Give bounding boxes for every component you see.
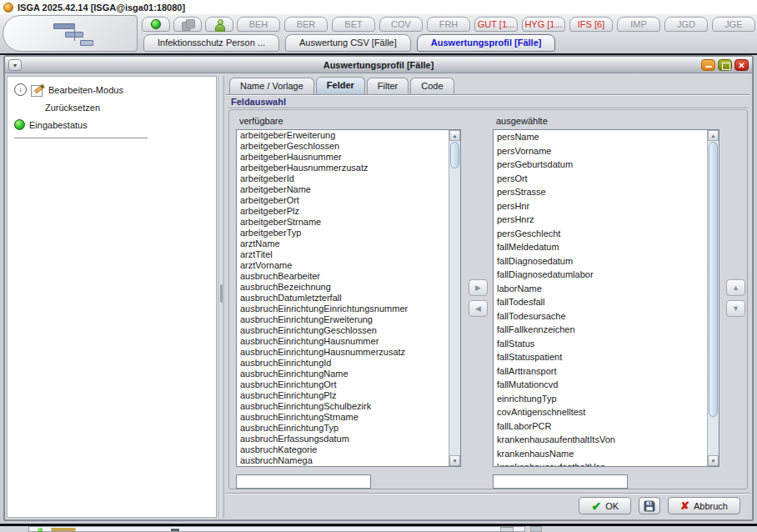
selected-field-item[interactable]: persGeburtsdatum (494, 158, 707, 172)
module-tab[interactable]: JGE (712, 17, 755, 32)
available-field-item[interactable]: ausbruchEinrichtungHausnummer (237, 336, 449, 347)
document-tab[interactable]: Auswertungsprofil [Fälle] (417, 34, 556, 52)
splitter-grip[interactable] (220, 284, 223, 303)
available-field-item[interactable]: arbeitgeberHausnummerzusatz (237, 163, 449, 173)
available-field-item[interactable]: ausbruchEinrichtungEinrichtungsnummer (237, 304, 449, 314)
selected-field-item[interactable]: krankenhausaufenthaltItsVon (494, 433, 707, 447)
selected-field-item[interactable]: fallDiagnosedatumlabor (494, 268, 707, 282)
selected-field-item[interactable]: fallLaborPCR (494, 419, 707, 434)
selected-field-item[interactable]: persHnr (494, 199, 707, 213)
move-up-button[interactable]: ▲ (726, 279, 745, 296)
close-button[interactable]: ✕ (734, 59, 749, 71)
document-tab[interactable]: Infektionsschutz Person ... (143, 34, 279, 52)
selected-field-item[interactable]: laborName (494, 282, 707, 296)
available-field-item[interactable]: ausbruchBezeichnung (237, 282, 449, 293)
profile-tab[interactable]: Code (410, 78, 454, 94)
selected-fields-list[interactable]: persNamepersVornamepersGeburtsdatumpersO… (493, 129, 719, 467)
available-field-item[interactable]: arztName (237, 238, 449, 249)
selected-filter-input[interactable] (493, 474, 628, 489)
selected-field-item[interactable]: fallDiagnosedatum (494, 254, 707, 269)
scroll-up-icon[interactable]: ▲ (708, 130, 719, 141)
abort-button[interactable]: ✘ Abbruch (668, 497, 740, 514)
panel-splitter[interactable] (218, 76, 224, 518)
circle-down-arrow-icon[interactable]: ↓ (14, 83, 27, 96)
selected-field-item[interactable]: persName (494, 130, 707, 144)
selected-field-item[interactable]: einrichtungTyp (494, 392, 707, 406)
available-field-item[interactable]: ausbruchEinrichtungStrname (237, 412, 449, 423)
scroll-down-icon[interactable]: ▼ (449, 455, 460, 466)
selected-field-item[interactable]: covAntigenschnelltest (494, 405, 707, 419)
status-indicator-button[interactable] (142, 17, 170, 32)
available-field-item[interactable]: arztTitel (237, 249, 449, 260)
module-tab[interactable]: HYG [1... (522, 17, 565, 32)
module-tab[interactable]: COV (379, 17, 423, 32)
move-left-button[interactable]: ◀ (469, 300, 488, 317)
profile-tab[interactable]: Name / Vorlage (229, 78, 314, 94)
selected-field-item[interactable]: fallTodesursache (494, 309, 707, 324)
available-field-item[interactable]: ausbruchEinrichtungHausnummerzusatz (237, 347, 449, 358)
module-tab[interactable]: BER (284, 17, 328, 32)
available-filter-input[interactable] (236, 474, 371, 489)
selected-field-item[interactable]: persStrasse (494, 185, 707, 199)
selected-field-item[interactable]: persOrt (494, 172, 707, 186)
scroll-up-icon[interactable]: ▲ (449, 130, 460, 141)
available-field-item[interactable]: ausbruchEinrichtungName (237, 369, 449, 379)
available-field-item[interactable]: ausbruchErfassungsdatum (237, 434, 449, 444)
module-tab[interactable]: BEH (237, 17, 280, 32)
scrollbar-thumb[interactable] (709, 142, 718, 417)
available-field-item[interactable]: arbeitgeberPlz (237, 206, 449, 217)
profile-tab[interactable]: Filter (367, 78, 409, 94)
dialog-titlebar[interactable]: ▼ Auswertungsprofil [Fälle] ✕ (5, 57, 752, 73)
available-field-item[interactable]: ausbruchEinrichtungGeschlossen (237, 325, 449, 336)
selected-field-item[interactable]: krankenhausaufenthaltVon (494, 460, 707, 466)
module-tab[interactable]: IMP (617, 17, 660, 32)
module-tab[interactable]: GUT [1... (474, 17, 518, 32)
available-field-item[interactable]: arbeitgeberStrname (237, 217, 449, 228)
available-field-item[interactable]: ausbruchEinrichtungId (237, 358, 449, 369)
profile-tab[interactable]: Felder (316, 77, 365, 94)
available-field-item[interactable]: ausbruchEinrichtungTyp (237, 423, 449, 434)
document-tab[interactable]: Auswertung CSV [Fälle] (285, 34, 411, 52)
available-field-item[interactable]: ausbruchDatumletzterfall (237, 293, 449, 304)
scrollbar-thumb[interactable] (450, 142, 459, 168)
selected-field-item[interactable]: fallMutationcvd (494, 378, 707, 392)
available-field-item[interactable]: ausbruchEinrichtungErweiterung (237, 314, 449, 325)
move-down-button[interactable]: ▼ (726, 300, 745, 317)
selected-field-item[interactable]: persHnrz (494, 213, 707, 227)
available-field-item[interactable]: arbeitgeberName (237, 184, 449, 195)
ok-button[interactable]: ✔ OK (579, 497, 631, 514)
maximize-button[interactable] (718, 59, 732, 71)
available-field-item[interactable]: ausbruchBearbeiter (237, 271, 449, 282)
available-field-item[interactable]: ausbruchEinrichtungPlz (237, 390, 449, 401)
package-button[interactable] (173, 17, 202, 32)
selected-field-item[interactable]: fallMeldedatum (494, 240, 707, 254)
available-field-item[interactable]: arbeitgeberId (237, 173, 449, 184)
module-tab[interactable]: IFS [6] (569, 17, 613, 32)
available-field-item[interactable]: ausbruchEinrichtungSchulbezirk (237, 401, 449, 412)
module-tab[interactable]: BET (332, 17, 375, 32)
selected-list-scrollbar[interactable]: ▲ ▼ (707, 130, 719, 466)
selected-field-item[interactable]: fallTodesfall (494, 295, 707, 309)
selected-field-item[interactable]: fallArttransport (494, 364, 707, 379)
reset-label[interactable]: Zurücksetzen (45, 103, 100, 113)
selected-field-item[interactable]: krankenhausName (494, 447, 707, 461)
person-button[interactable] (205, 17, 233, 32)
edit-mode-label[interactable]: Bearbeiten-Modus (48, 85, 123, 95)
window-menu-button[interactable]: ▼ (8, 59, 22, 71)
scroll-down-icon[interactable]: ▼ (708, 455, 719, 466)
selected-field-item[interactable]: persGeschlecht (494, 227, 707, 241)
selected-field-item[interactable]: fallStatuspatient (494, 350, 707, 364)
module-tab[interactable]: FRH (427, 17, 470, 32)
edit-mode-row[interactable]: ↓ Bearbeiten-Modus (14, 83, 123, 96)
available-field-item[interactable]: ausbruchKategorie (237, 444, 449, 455)
reset-row[interactable]: Zurücksetzen (45, 103, 100, 113)
available-field-item[interactable]: arbeitgeberTyp (237, 228, 449, 238)
available-field-item[interactable]: arbeitgeberGeschlossen (237, 141, 449, 152)
available-fields-list[interactable]: arbeitgeberErweiterungarbeitgeberGeschlo… (236, 129, 461, 467)
module-tab[interactable]: JGD (664, 17, 708, 32)
selected-field-item[interactable]: persVorname (494, 144, 707, 158)
available-list-scrollbar[interactable]: ▲ ▼ (449, 130, 460, 466)
available-field-item[interactable]: ausbruchEinrichtungOrt (237, 379, 449, 390)
available-field-item[interactable]: arztVorname (237, 260, 449, 271)
selected-field-item[interactable]: fallStatus (494, 337, 707, 351)
